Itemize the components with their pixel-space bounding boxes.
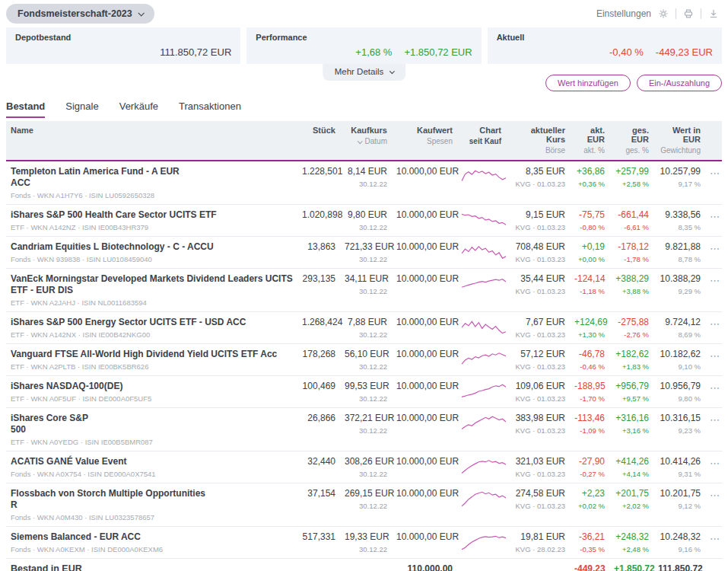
row-menu-icon[interactable]: ⋯: [710, 318, 720, 330]
fund-name[interactable]: Vanguard FTSE All-World High Dividend Yi…: [11, 349, 293, 360]
tab-bestand[interactable]: Bestand: [6, 100, 45, 118]
fund-cell: iShares S&P 500 Health Care Sector UCITS…: [6, 205, 297, 237]
row-menu-icon[interactable]: ⋯: [710, 458, 720, 469]
table-row: Vanguard FTSE All-World High Dividend Yi…: [6, 344, 722, 376]
cell-value: 10.000,00 EUR: [396, 381, 453, 392]
sparkline-chart: [462, 349, 506, 368]
table-cell: -36,21-0,35 %: [570, 527, 609, 559]
cell-value: -113,46: [574, 413, 605, 424]
fund-meta: Fonds · WKN A0M430 · ISIN LU0323578657: [11, 513, 293, 522]
fund-name[interactable]: Templeton Latin America Fund - A EUR ACC: [11, 166, 293, 189]
table-cell: -275,88-2,76 %: [609, 312, 653, 344]
fund-name[interactable]: iShares S&P 500 Energy Sector UCITS ETF …: [11, 317, 293, 328]
cell-value: -449,23: [574, 563, 605, 571]
cell-value: 7,67 EUR: [510, 317, 565, 328]
fund-name[interactable]: iShares Core S&P 500: [11, 413, 293, 435]
cell-value: 56,10 EUR: [345, 349, 387, 360]
chevron-down-icon: [138, 10, 144, 16]
cell-value: 9,80 EUR: [345, 209, 387, 221]
tab-signale[interactable]: Signale: [65, 100, 98, 118]
table-row: Siemens Balanced - EUR ACCFonds · WKN A0…: [6, 527, 722, 559]
row-menu-icon[interactable]: ⋯: [710, 490, 720, 501]
cell-value: 1.268,424: [302, 317, 335, 328]
summary-cards: Depotbestand 111.850,72 EUR Performance …: [6, 27, 722, 64]
total-label: Bestand in EUR: [11, 563, 293, 571]
cell-value: +201,75: [614, 488, 649, 499]
cell-subvalue: +2,48 %: [614, 545, 649, 553]
cell-subvalue: +0,00 %: [574, 255, 605, 263]
fund-name[interactable]: VanEck Morningstar Developed Markets Div…: [11, 273, 293, 296]
chart-cell: [457, 483, 506, 527]
cell-value: 110.000,00: [396, 563, 453, 571]
cell-value: +1.850,72: [614, 563, 649, 571]
cell-subvalue: +3,88 %: [614, 287, 649, 295]
cell-value: 9.724,12: [658, 317, 701, 328]
cell-value: 308,26 EUR: [345, 456, 387, 467]
cell-subvalue: +9,57 %: [614, 394, 649, 403]
table-row: Templeton Latin America Fund - A EUR ACC…: [6, 161, 722, 205]
cell-value: +36,86: [574, 166, 605, 177]
row-menu-icon[interactable]: ⋯: [710, 211, 720, 222]
row-menu-icon[interactable]: ⋯: [710, 275, 720, 286]
table-cell: 10.000,00 EUR: [392, 527, 457, 559]
table-cell: +388,29+3,88 %: [609, 269, 653, 312]
deposit-withdrawal-button[interactable]: Ein-/Auszahlung: [637, 75, 722, 91]
fund-name[interactable]: iShares S&P 500 Health Care Sector UCITS…: [11, 209, 293, 221]
fund-name[interactable]: iShares NASDAQ-100(DE): [11, 381, 293, 392]
table-cell: 10.000,00 EUR: [392, 408, 457, 451]
portfolio-selector[interactable]: Fondsmeisterschaft-2023: [6, 4, 154, 24]
fund-name[interactable]: Siemens Balanced - EUR ACC: [11, 531, 293, 543]
fund-cell: iShares NASDAQ-100(DE)ETF · WKN A0F5UF ·…: [6, 376, 297, 408]
cell-subvalue: 9,80 %: [658, 394, 701, 403]
cell-subvalue: 30.12.22: [345, 287, 387, 295]
fund-cell: Candriam Equities L Biotechnology - C - …: [6, 237, 297, 269]
table-cell: 100,469: [297, 376, 340, 408]
action-buttons: Wert hinzufügen Ein-/Auszahlung: [545, 75, 722, 91]
column-header-name: Name: [6, 121, 297, 161]
table-cell: -188,95-1,70 %: [570, 376, 609, 408]
cell-value: -188,95: [574, 381, 605, 392]
table-cell: +257,99+2,58 %: [609, 161, 653, 205]
cell-subvalue: 8,78 %: [658, 255, 701, 263]
fund-meta: ETF · WKN A0F5UF · ISIN DE000A0F5UF5: [11, 394, 293, 403]
cell-subvalue: -0,27 %: [574, 470, 605, 478]
cell-value: -75,75: [574, 209, 605, 221]
sort-chevron-icon[interactable]: [358, 139, 362, 143]
row-menu-icon[interactable]: ⋯: [710, 414, 720, 426]
more-details-button[interactable]: Mehr Details: [323, 64, 406, 81]
row-menu-icon[interactable]: ⋯: [710, 350, 720, 362]
row-menu-icon[interactable]: ⋯: [710, 533, 720, 544]
cell-subvalue: 9,17 %: [658, 180, 701, 188]
cell-subvalue: KVG · 01.03.23: [510, 180, 565, 188]
column-header-kaufkurs[interactable]: KaufkursDatum: [340, 121, 392, 161]
row-menu-icon[interactable]: ⋯: [710, 243, 720, 254]
add-value-button[interactable]: Wert hinzufügen: [545, 75, 631, 91]
table-cell: +0,19+0,00 %: [570, 237, 609, 269]
cell-subvalue: 30.12.22: [345, 223, 387, 231]
printer-icon[interactable]: [683, 8, 694, 19]
card-label: Depotbestand: [15, 33, 231, 42]
table-cell: 9.724,128,69 %: [653, 312, 705, 344]
fund-name[interactable]: Flossbach von Storch Multiple Opportunit…: [11, 488, 293, 511]
row-menu-icon[interactable]: ⋯: [710, 382, 720, 394]
download-icon[interactable]: [708, 8, 719, 19]
cell-value: -124,14: [574, 273, 605, 285]
gear-icon[interactable]: [658, 8, 669, 19]
fund-meta: Fonds · WKN A0KEXM · ISIN DE000A0KEXM6: [11, 545, 293, 553]
cell-value: +257,99: [614, 166, 649, 177]
cell-subvalue: KVG · 01.03.23: [510, 394, 565, 403]
tab-transaktionen[interactable]: Transaktionen: [179, 100, 241, 118]
cell-value: +2,23: [574, 488, 605, 499]
column-subtitle: Gewichtung: [658, 146, 701, 155]
tab-verkaeufe[interactable]: Verkäufe: [119, 100, 158, 118]
fund-name[interactable]: Candriam Equities L Biotechnology - C - …: [11, 241, 293, 253]
table-cell: 10.956,799,80 %: [653, 376, 705, 408]
settings-label[interactable]: Einstellungen: [596, 8, 651, 19]
fund-name[interactable]: ACATIS GANÉ Value Event: [11, 456, 293, 467]
cell-value: +182,62: [614, 349, 649, 360]
row-menu-icon[interactable]: ⋯: [710, 167, 720, 179]
table-cell: [297, 559, 340, 571]
cell-value: 13,863: [302, 241, 335, 253]
table-cell: 9,15 EURKVG · 01.03.23: [506, 205, 570, 237]
toolbar: Einstellungen: [596, 8, 719, 19]
